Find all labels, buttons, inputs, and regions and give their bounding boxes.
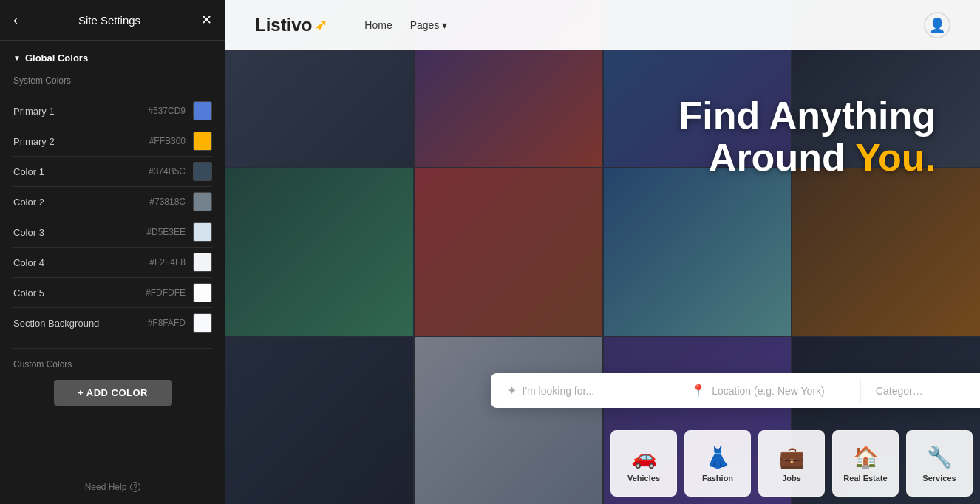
category-card[interactable]: 💼 Jobs [758, 430, 825, 497]
user-icon: 👤 [929, 17, 945, 33]
category-label: Real Estate [843, 474, 887, 483]
color-hex: #537CD9 [148, 106, 186, 116]
color-name: Color 4 [13, 257, 149, 268]
nav-pages-label: Pages [410, 19, 440, 31]
logo-arrow: ➶ [315, 16, 327, 34]
color-name: Primary 1 [13, 106, 148, 117]
location-placeholder: Location (e.g. New York) [712, 385, 825, 397]
category-label: Vehicles [627, 474, 660, 483]
category-label: Jobs [782, 474, 801, 483]
sidebar-title: Site Settings [78, 14, 140, 27]
category-card[interactable]: 👗 Fashion [684, 430, 751, 497]
category-label: Services [922, 474, 956, 483]
category-icon: 👗 [705, 445, 731, 469]
color-hex: #73818C [149, 197, 186, 207]
nav-home[interactable]: Home [364, 19, 392, 31]
custom-colors-label: Custom Colors [13, 359, 212, 370]
search-placeholder: I'm looking for... [523, 385, 595, 397]
color-name: Color 3 [13, 227, 146, 238]
hero-title-line2: Around You. [678, 137, 936, 179]
color-name: Section Background [13, 318, 148, 329]
color-list: Primary 1 #537CD9 Primary 2 #FFB300 Colo… [13, 96, 212, 338]
color-row: Primary 2 #FFB300 [13, 126, 212, 157]
color-swatch[interactable] [193, 101, 212, 120]
location-field[interactable]: 📍 Location (e.g. New York) [682, 378, 861, 403]
sidebar: ‹ Site Settings ✕ ▼ Global Colors System… [0, 0, 225, 504]
category-icon: 🔧 [927, 445, 953, 469]
category-cards: 🚗 Vehicles 👗 Fashion 💼 Jobs 🏠 Real Estat… [603, 430, 980, 497]
color-hex: #374B5C [149, 166, 186, 177]
help-icon: ? [130, 482, 140, 492]
search-sun-icon: ✦ [507, 384, 517, 398]
hero-title-line1: Find Anything [678, 95, 936, 137]
main-preview: Listivo ➶ Home Pages ▾ 👤 Find Anything A… [225, 0, 980, 504]
color-name: Primary 2 [13, 136, 149, 147]
color-row: Color 1 #374B5C [13, 157, 212, 187]
color-row: Color 4 #F2F4F8 [13, 248, 212, 278]
sidebar-header: ‹ Site Settings ✕ [0, 0, 225, 41]
close-button[interactable]: ✕ [201, 12, 212, 28]
color-row: Primary 1 #537CD9 [13, 96, 212, 126]
color-row: Color 2 #73818C [13, 187, 212, 217]
divider [13, 348, 212, 349]
color-name: Color 2 [13, 197, 149, 208]
category-icon: 🚗 [631, 445, 657, 469]
category-field[interactable]: Categor… [867, 379, 980, 403]
nav-user-icon[interactable]: 👤 [924, 12, 950, 38]
category-label: Fashion [702, 474, 733, 483]
preview-navbar: Listivo ➶ Home Pages ▾ 👤 [225, 0, 980, 50]
nav-logo: Listivo ➶ [255, 15, 327, 35]
category-card[interactable]: 🔧 Services [906, 430, 973, 497]
logo-text: Listivo [255, 15, 312, 35]
search-field[interactable]: ✦ I'm looking for... [498, 378, 677, 403]
add-color-button[interactable]: + ADD COLOR [54, 380, 172, 406]
color-swatch[interactable] [193, 283, 212, 302]
color-name: Color 1 [13, 166, 149, 177]
color-hex: #FFB300 [149, 136, 186, 146]
color-row: Color 3 #D5E3EE [13, 217, 212, 248]
back-button[interactable]: ‹ [13, 13, 18, 28]
color-hex: #F8FAFD [148, 318, 186, 328]
color-swatch[interactable] [193, 132, 212, 151]
nav-links: Home Pages ▾ [364, 19, 447, 31]
global-colors-label: Global Colors [25, 52, 88, 64]
color-swatch[interactable] [193, 313, 212, 333]
color-hex: #D5E3EE [146, 227, 186, 237]
color-swatch[interactable] [193, 162, 212, 181]
category-icon: 💼 [779, 445, 805, 469]
category-placeholder: Categor… [876, 385, 923, 397]
color-name: Color 5 [13, 287, 146, 299]
color-hex: #FDFDFE [146, 287, 186, 298]
search-bar: ✦ I'm looking for... 📍 Location (e.g. Ne… [491, 373, 981, 408]
nav-pages[interactable]: Pages ▾ [410, 19, 448, 31]
chevron-down-icon: ▾ [442, 19, 447, 31]
need-help-label: Need Help [85, 482, 127, 492]
hero-highlight-text: You. [855, 136, 936, 179]
need-help-link[interactable]: Need Help ? [0, 470, 225, 504]
color-swatch[interactable] [193, 253, 212, 272]
system-colors-label: System Colors [13, 75, 212, 86]
sidebar-content: ▼ Global Colors System Colors Primary 1 … [0, 41, 225, 470]
color-swatch[interactable] [193, 192, 212, 211]
category-card[interactable]: 🚗 Vehicles [610, 430, 677, 497]
chevron-down-icon: ▼ [13, 54, 21, 62]
color-row: Color 5 #FDFDFE [13, 278, 212, 308]
color-swatch[interactable] [193, 222, 212, 242]
category-card[interactable]: 🏠 Real Estate [832, 430, 899, 497]
color-hex: #F2F4F8 [149, 257, 186, 268]
color-row: Section Background #F8FAFD [13, 308, 212, 338]
hero-normal-text: Around [709, 136, 855, 179]
location-pin-icon: 📍 [691, 384, 706, 398]
hero-text: Find Anything Around You. [678, 95, 936, 179]
global-colors-toggle[interactable]: ▼ Global Colors [13, 52, 212, 64]
category-icon: 🏠 [853, 445, 879, 469]
